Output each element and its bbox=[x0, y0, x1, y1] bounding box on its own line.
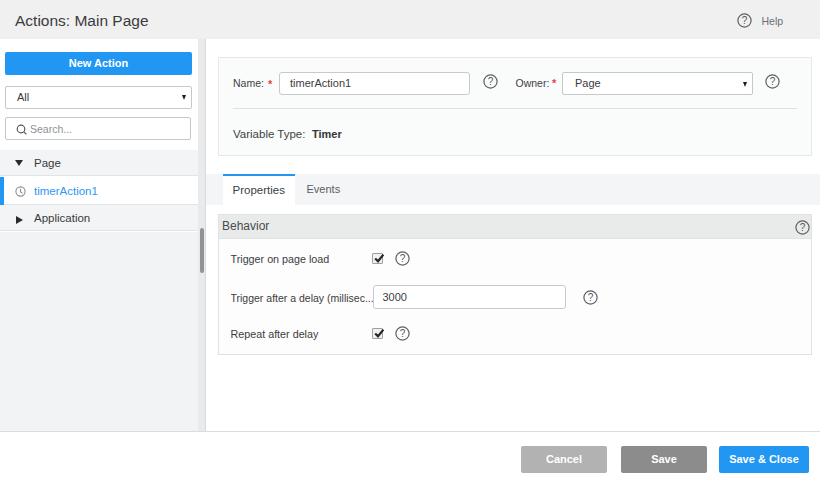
svg-text:?: ? bbox=[769, 75, 775, 86]
svg-text:?: ? bbox=[487, 75, 493, 86]
svg-text:?: ? bbox=[799, 222, 805, 233]
svg-text:?: ? bbox=[742, 15, 748, 26]
svg-text:?: ? bbox=[399, 253, 405, 264]
svg-text:?: ? bbox=[587, 292, 593, 303]
svg-text:?: ? bbox=[399, 328, 405, 339]
